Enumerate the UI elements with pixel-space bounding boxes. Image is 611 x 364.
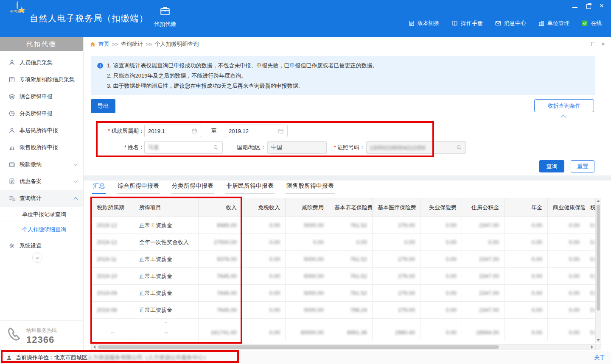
about-link[interactable]: 关于 [594, 354, 605, 361]
tab-2[interactable]: 分类所得申报表 [171, 182, 214, 194]
period-to-input[interactable]: 2019.12 [225, 125, 288, 137]
table-cell: 2019-10 [92, 268, 134, 285]
table-cell: 279.00 [373, 285, 420, 302]
table-cell: 0.00 [585, 324, 596, 341]
table-cell: 0.00 [420, 234, 462, 251]
nationality-input[interactable]: 中国 [267, 141, 327, 154]
sidebar-item-label: 综合所得申报 [20, 93, 77, 100]
current-unit-visible: 北京市西城区 [54, 354, 87, 361]
restore-icon[interactable] [586, 3, 591, 9]
breadcrumb-level2: 个人扣缴明细查询 [154, 40, 199, 48]
table-cell [92, 319, 134, 324]
table-cell [199, 319, 242, 324]
calendar-icon[interactable] [278, 128, 284, 134]
phone-icon [6, 326, 22, 343]
required-mark: * [108, 128, 110, 134]
inner-window-controls [591, 42, 605, 46]
table-cell: 0.00 [242, 251, 286, 268]
top-link-label: 在线 [591, 19, 602, 27]
search-icon[interactable] [213, 144, 219, 150]
document-icon [8, 178, 15, 185]
table-cell: 2019-12 [92, 217, 134, 234]
collapse-filters-button[interactable]: 收折查询条件 [534, 99, 594, 112]
module-tab-withholding[interactable]: 代扣代缴 [149, 6, 182, 28]
table-cell: 5000.00 [286, 285, 329, 302]
table-cell [420, 319, 462, 324]
sidebar-item-label: 人员信息采集 [20, 59, 77, 67]
breadcrumb-home-link[interactable]: 首页 [98, 40, 109, 48]
top-link[interactable]: 版本切换 [408, 19, 440, 27]
sidebar-item[interactable]: 税款缴纳 [0, 156, 83, 173]
table-cell: 279.00 [373, 217, 420, 234]
table-cell: 2347.00 [462, 302, 504, 319]
inner-close-icon[interactable] [601, 42, 605, 46]
minimize-icon[interactable] [572, 3, 578, 9]
table-cell: -- [92, 324, 134, 341]
sidebar-subitem[interactable]: 个人扣缴明细查询 [0, 222, 83, 237]
search-icon[interactable] [456, 144, 462, 150]
period-label-text: 税款所属期： [111, 128, 144, 134]
inner-restore-icon[interactable] [591, 42, 595, 46]
scroll-up-arrow-icon[interactable] [596, 198, 601, 204]
current-unit-text: 当前操作单位：北京市西城区人力资源服务有限公司（人力资源公共服务中心） [16, 354, 209, 361]
sidebar-item-label: 限售股所得申报 [20, 144, 77, 151]
period-from-value: 2019.1 [148, 128, 190, 134]
name-input[interactable]: 马某 [144, 141, 223, 154]
table-cell [585, 319, 596, 324]
query-button[interactable]: 查询 [539, 160, 564, 172]
column-header: 商业健康保险 [548, 198, 585, 217]
top-link[interactable]: 在线 [581, 19, 602, 27]
close-icon[interactable] [599, 3, 605, 9]
table-cell: 7645.00 [199, 268, 242, 285]
gear-icon [8, 242, 15, 249]
hotline-panel: 纳税服务热线 12366 [0, 320, 84, 351]
sidebar-item[interactable]: 查询统计 [0, 190, 83, 207]
table-cell: 正常工资薪金 [134, 217, 199, 234]
sidebar-item[interactable]: 非居民所得申报 [0, 122, 83, 139]
sidebar-subitem[interactable]: 单位申报记录查询 [0, 207, 83, 222]
id-number-input[interactable]: 130502199304212359 [366, 141, 466, 154]
scroll-right-arrow-icon[interactable] [589, 345, 595, 350]
sidebar-item-label: 查询统计 [20, 195, 70, 202]
sidebar-item[interactable]: 优惠备案 [0, 173, 83, 190]
period-from-input[interactable]: 2019.1 [144, 125, 201, 137]
top-link[interactable]: 消息中心 [495, 19, 526, 27]
scroll-down-arrow-icon[interactable] [596, 337, 601, 343]
table-cell: 0.00 [420, 268, 462, 285]
sidebar-item[interactable]: 专项附加扣除信息采集 [0, 71, 83, 88]
sidebar-item[interactable]: 系统设置 [0, 237, 83, 254]
table-cell: 全年一次性奖金收入 [134, 234, 199, 251]
tab-1[interactable]: 综合所得申报表 [117, 182, 160, 194]
column-header: 基本养老保险费 [329, 198, 373, 217]
name-label: *姓名： [116, 141, 144, 154]
reset-button[interactable]: 重置 [571, 160, 594, 172]
sidebar-item[interactable]: 限售股所得申报 [0, 139, 83, 156]
table-body: 2019-12正常工资薪金9985.000.005000.00761.52279… [92, 217, 596, 341]
period-to-value: 2019.12 [229, 128, 276, 134]
top-link[interactable]: 单位管理 [538, 19, 569, 27]
tab-0[interactable]: 汇总 [92, 182, 106, 194]
sidebar-item[interactable]: 综合所得申报 [0, 88, 83, 105]
horizontal-scroll-thumb[interactable] [98, 345, 499, 349]
column-header: 税款所属期 [92, 198, 134, 217]
vertical-scroll-thumb[interactable] [597, 205, 600, 311]
table-cell: 2019-09 [92, 285, 134, 302]
top-link[interactable]: 操作手册 [451, 19, 483, 27]
sidebar-item[interactable]: 分类所得申报 [0, 105, 83, 122]
tab-4[interactable]: 限售股所得申报表 [286, 182, 335, 194]
table-row: 2019-09正常工资薪金7645.000.005000.00761.52279… [92, 285, 596, 302]
layers-icon [8, 93, 15, 100]
tab-3[interactable]: 非居民所得申报表 [225, 182, 275, 194]
results-table-zone: 税款所属期所得项目收入免税收入减除费用基本养老保险费基本医疗保险费失业保险费住房… [91, 198, 595, 343]
table-cell: 0.00 [242, 268, 286, 285]
horizontal-scrollbar[interactable] [91, 344, 595, 350]
calendar-icon[interactable] [191, 128, 197, 134]
chevron-down-icon [74, 178, 78, 183]
table-cell: 0.00 [420, 251, 462, 268]
sidebar-collapse-button[interactable]: « [32, 253, 42, 263]
export-button[interactable]: 导出 [91, 99, 115, 113]
person-icon [8, 59, 15, 66]
vertical-scrollbar[interactable] [595, 198, 601, 343]
sidebar-item[interactable]: 人员信息采集 [0, 54, 83, 71]
scroll-left-arrow-icon[interactable] [92, 345, 97, 350]
